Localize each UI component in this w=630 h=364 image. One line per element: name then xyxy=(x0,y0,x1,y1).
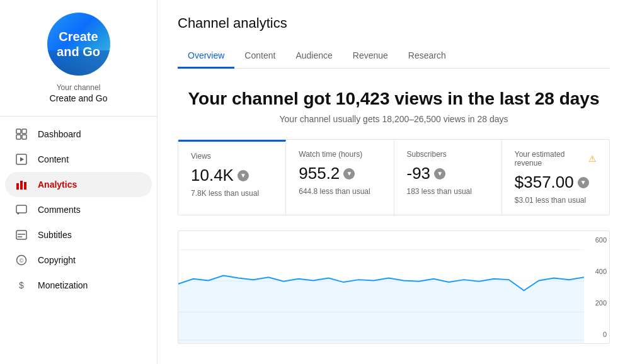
metric-value-subscribers: -93 ▼ xyxy=(407,164,489,183)
headline-big: Your channel got 10,423 views in the las… xyxy=(178,89,610,109)
metrics-row: Views 10.4K ▼ 7.8K less than usual Watch… xyxy=(178,139,610,215)
svg-rect-1 xyxy=(22,129,26,134)
metric-value-revenue: $357.00 ▼ xyxy=(515,173,597,192)
metric-card-views: Views 10.4K ▼ 7.8K less than usual xyxy=(178,140,286,215)
svg-rect-7 xyxy=(20,181,23,190)
sidebar-divider xyxy=(0,116,157,117)
sidebar: Createand Go Your channel Create and Go … xyxy=(0,0,158,364)
sidebar-item-label-subtitles: Subtitles xyxy=(38,230,72,240)
svg-text:$: $ xyxy=(19,280,24,290)
watchtime-down-arrow: ▼ xyxy=(343,168,355,179)
sidebar-item-subtitles[interactable]: Subtitles xyxy=(5,222,152,247)
sidebar-item-label-content: Content xyxy=(38,154,69,164)
svg-rect-3 xyxy=(22,135,26,139)
page-title: Channel analytics xyxy=(178,15,610,31)
chart-y-labels: 600 400 200 0 xyxy=(584,231,609,343)
svg-rect-8 xyxy=(24,182,26,190)
tabs-bar: Overview Content Audience Revenue Resear… xyxy=(178,44,610,69)
bar-chart-icon xyxy=(15,178,28,191)
main-content: Channel analytics Overview Content Audie… xyxy=(158,0,630,364)
sidebar-item-label-dashboard: Dashboard xyxy=(38,129,81,139)
channel-name: Create and Go xyxy=(50,93,108,103)
revenue-down-arrow: ▼ xyxy=(578,177,589,188)
warning-icon: ⚠ xyxy=(588,154,597,164)
subtitle-icon xyxy=(15,229,28,241)
copyright-icon: © xyxy=(15,254,28,266)
metric-sub-views: 7.8K less than usual xyxy=(191,189,273,198)
headline-section: Your channel got 10,423 views in the las… xyxy=(178,69,610,139)
play-icon xyxy=(15,153,28,166)
metric-value-watchtime: 955.2 ▼ xyxy=(299,164,381,183)
grid-icon xyxy=(15,128,28,140)
metric-card-revenue: Your estimated revenue ⚠ $357.00 ▼ $3.01… xyxy=(502,140,609,215)
headline-sub: Your channel usually gets 18,200–26,500 … xyxy=(178,114,610,124)
sidebar-item-monetization[interactable]: $ Monetization xyxy=(5,273,152,298)
svg-text:©: © xyxy=(20,258,24,264)
sidebar-item-dashboard[interactable]: Dashboard xyxy=(5,122,152,147)
sidebar-item-label-comments: Comments xyxy=(38,205,81,215)
dollar-icon: $ xyxy=(15,279,28,292)
tab-revenue[interactable]: Revenue xyxy=(343,44,398,69)
tab-overview[interactable]: Overview xyxy=(178,44,234,69)
subscribers-down-arrow: ▼ xyxy=(434,168,445,179)
metric-label-subscribers: Subscribers xyxy=(407,150,489,159)
metric-label-watchtime: Watch time (hours) xyxy=(299,150,381,159)
metric-card-watchtime: Watch time (hours) 955.2 ▼ 644.8 less th… xyxy=(286,140,394,215)
metric-sub-revenue: $3.01 less than usual xyxy=(515,196,597,205)
avatar: Createand Go xyxy=(47,13,110,76)
sidebar-item-comments[interactable]: Comments xyxy=(5,197,152,222)
chart-grid xyxy=(178,231,584,343)
metric-sub-subscribers: 183 less than usual xyxy=(407,187,489,196)
chart-container: 600 400 200 0 xyxy=(178,230,610,344)
sidebar-item-label-analytics: Analytics xyxy=(38,179,77,190)
avatar-text: Createand Go xyxy=(57,29,100,59)
metric-sub-watchtime: 644.8 less than usual xyxy=(299,187,381,196)
tab-content[interactable]: Content xyxy=(234,44,285,69)
comment-icon xyxy=(15,203,28,216)
svg-rect-10 xyxy=(16,230,26,239)
svg-rect-0 xyxy=(16,129,21,134)
metric-value-views: 10.4K ▼ xyxy=(191,166,273,185)
sidebar-item-label-monetization: Monetization xyxy=(38,280,88,290)
chart-svg xyxy=(178,231,584,343)
sidebar-nav: Dashboard Content Analytics xyxy=(0,122,157,298)
views-down-arrow: ▼ xyxy=(238,170,249,181)
svg-rect-6 xyxy=(16,183,19,190)
tab-research[interactable]: Research xyxy=(398,44,456,69)
sidebar-item-copyright[interactable]: © Copyright xyxy=(5,247,152,273)
metric-card-subscribers: Subscribers -93 ▼ 183 less than usual xyxy=(394,140,502,215)
channel-label: Your channel xyxy=(57,83,101,92)
tab-audience[interactable]: Audience xyxy=(285,44,342,69)
sidebar-item-analytics[interactable]: Analytics xyxy=(5,172,152,197)
svg-rect-9 xyxy=(16,205,26,213)
metric-label-revenue: Your estimated revenue ⚠ xyxy=(515,150,597,168)
svg-rect-2 xyxy=(16,135,21,139)
sidebar-item-label-copyright: Copyright xyxy=(38,255,76,265)
svg-marker-5 xyxy=(20,157,24,162)
sidebar-item-content[interactable]: Content xyxy=(5,147,152,172)
metric-label-views: Views xyxy=(191,152,273,161)
